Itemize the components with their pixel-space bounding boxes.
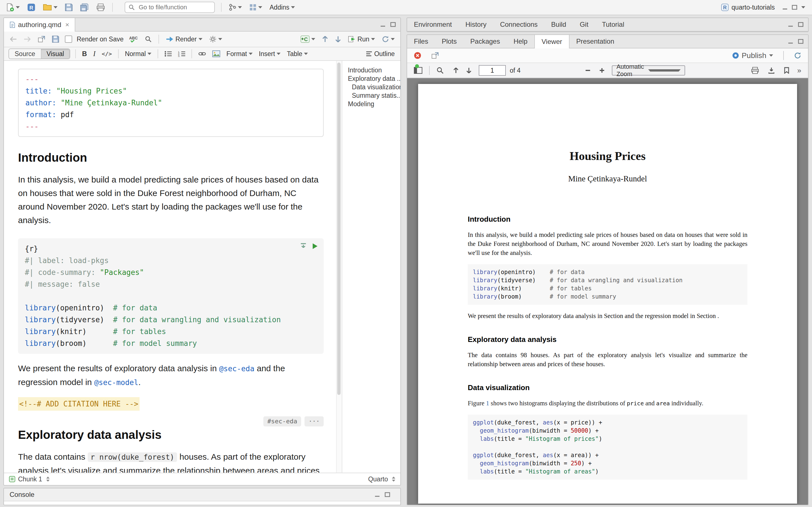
render-on-save-checkbox[interactable] bbox=[65, 36, 72, 43]
editor-paragraph-intro[interactable]: In this analysis, we build a model predi… bbox=[18, 173, 324, 227]
maximize-pane-icon[interactable] bbox=[798, 22, 804, 27]
code-chunk-load-pkgs[interactable]: {r}#| label: load-pkgs#| code-summary: "… bbox=[18, 238, 324, 354]
goto-file-input[interactable] bbox=[138, 3, 211, 11]
minimize-window-icon[interactable] bbox=[782, 5, 788, 10]
render-settings-button[interactable] bbox=[208, 34, 223, 44]
rerun-button[interactable] bbox=[380, 34, 396, 44]
chunk-position-label[interactable]: Chunk 1 bbox=[18, 475, 42, 483]
tab-presentation[interactable]: Presentation bbox=[569, 35, 621, 48]
bold-button[interactable]: B bbox=[81, 49, 88, 59]
insert-chunk-button[interactable]: C bbox=[299, 34, 316, 44]
editor-heading-introduction[interactable]: Introduction bbox=[18, 151, 324, 165]
new-file-button[interactable] bbox=[4, 2, 21, 13]
mode-updown-icon[interactable] bbox=[392, 476, 395, 482]
open-file-button[interactable] bbox=[42, 2, 59, 12]
document-mode-label[interactable]: Quarto bbox=[368, 475, 388, 483]
source-mode-button[interactable]: Source bbox=[9, 49, 41, 59]
publish-button[interactable]: Publish bbox=[731, 50, 774, 61]
print-button[interactable] bbox=[95, 2, 106, 12]
new-project-button[interactable]: R bbox=[26, 2, 37, 13]
editor-paragraph-eda[interactable]: The data contains r nrow(duke_forest) ho… bbox=[18, 450, 324, 473]
find-replace-button[interactable] bbox=[144, 35, 153, 44]
pdf-download-button[interactable] bbox=[767, 66, 776, 75]
tab-authoring-qmd[interactable]: authoring.qmd × bbox=[4, 18, 75, 32]
editor-paragraph-crossrefs[interactable]: We present the results of exploratory da… bbox=[18, 362, 324, 389]
chevron-down-icon[interactable] bbox=[801, 6, 805, 8]
scrollbar-thumb[interactable] bbox=[337, 62, 341, 395]
section-options-button[interactable]: ··· bbox=[305, 416, 324, 427]
forward-button[interactable] bbox=[22, 35, 32, 43]
maximize-window-icon[interactable] bbox=[792, 5, 797, 10]
pdf-page-input[interactable] bbox=[479, 65, 506, 76]
refresh-viewer-button[interactable] bbox=[793, 51, 802, 60]
pdf-zoom-in-button[interactable] bbox=[598, 66, 606, 75]
table-menu-button[interactable]: Table bbox=[286, 49, 309, 59]
outline-item-introduction[interactable]: Introduction bbox=[348, 66, 400, 74]
chunk-nav-updown-icon[interactable] bbox=[46, 476, 50, 482]
save-all-button[interactable] bbox=[79, 2, 90, 13]
outline-toggle-button[interactable]: Outline bbox=[364, 49, 396, 59]
tab-tutorial[interactable]: Tutorial bbox=[595, 18, 631, 31]
outline-item-eda[interactable]: Exploratory data ... bbox=[348, 74, 400, 83]
tab-files[interactable]: Files bbox=[407, 35, 435, 48]
tab-environment[interactable]: Environment bbox=[407, 18, 459, 31]
back-button[interactable] bbox=[8, 35, 18, 43]
chunk-code[interactable]: {r}#| label: load-pkgs#| code-summary: "… bbox=[25, 243, 317, 349]
maximize-pane-icon[interactable] bbox=[385, 492, 390, 497]
insert-image-button[interactable] bbox=[211, 49, 221, 58]
addins-button[interactable]: Addins bbox=[268, 3, 296, 12]
minimize-pane-icon[interactable] bbox=[788, 22, 794, 27]
close-tab-icon[interactable]: × bbox=[65, 21, 69, 29]
outline-item-summary-statistics[interactable]: Summary statis... bbox=[348, 91, 400, 100]
pdf-prev-page-button[interactable] bbox=[452, 66, 460, 75]
render-button[interactable]: Render bbox=[165, 34, 203, 44]
insert-link-button[interactable] bbox=[197, 50, 207, 58]
code-format-button[interactable]: </> bbox=[101, 49, 113, 58]
maximize-pane-icon[interactable] bbox=[798, 39, 804, 44]
tab-connections[interactable]: Connections bbox=[493, 18, 544, 31]
yaml-front-matter[interactable]: ---title: "Housing Prices"author: "Mine … bbox=[18, 69, 324, 137]
spellcheck-button[interactable]: ABC bbox=[128, 34, 139, 44]
tab-viewer[interactable]: Viewer bbox=[534, 35, 569, 48]
outline-item-modeling[interactable]: Modeling bbox=[348, 100, 400, 108]
pdf-next-page-button[interactable] bbox=[465, 66, 473, 75]
bullet-list-button[interactable] bbox=[163, 50, 173, 58]
goto-file-search[interactable] bbox=[124, 2, 215, 13]
tab-history[interactable]: History bbox=[459, 18, 493, 31]
editor-scrollbar[interactable] bbox=[336, 61, 342, 473]
tab-git[interactable]: Git bbox=[573, 18, 595, 31]
run-chunk-icon[interactable] bbox=[312, 243, 318, 249]
numbered-list-button[interactable]: 1.2.3. bbox=[177, 50, 186, 58]
pdf-bookmark-button[interactable] bbox=[783, 66, 791, 75]
minimize-pane-icon[interactable] bbox=[788, 39, 794, 44]
visual-mode-button[interactable]: Visual bbox=[41, 49, 70, 59]
format-menu-button[interactable]: Format bbox=[225, 49, 254, 59]
run-button[interactable]: Run bbox=[347, 34, 376, 44]
outline-item-data-visualization[interactable]: Data visualization bbox=[348, 83, 400, 91]
viewer-popout-button[interactable] bbox=[430, 51, 440, 60]
tab-packages[interactable]: Packages bbox=[463, 35, 507, 48]
pdf-print-button[interactable] bbox=[750, 66, 760, 75]
save-button[interactable] bbox=[64, 2, 74, 12]
minimize-pane-icon[interactable] bbox=[380, 22, 386, 27]
pdf-zoom-out-button[interactable] bbox=[583, 66, 592, 75]
pane-layout-button[interactable] bbox=[248, 3, 263, 12]
console-header[interactable]: Console bbox=[4, 489, 400, 501]
visual-editor-content[interactable]: ---title: "Housing Prices"author: "Mine … bbox=[4, 61, 336, 473]
pdf-search-button[interactable] bbox=[435, 66, 445, 75]
tab-build[interactable]: Build bbox=[545, 18, 573, 31]
run-chunks-above-icon[interactable] bbox=[300, 243, 307, 249]
tab-plots[interactable]: Plots bbox=[435, 35, 463, 48]
save-button[interactable] bbox=[51, 34, 60, 44]
stop-viewer-button[interactable] bbox=[413, 51, 422, 60]
popout-window-button[interactable] bbox=[37, 35, 46, 44]
maximize-pane-icon[interactable] bbox=[390, 22, 396, 27]
paragraph-style-select[interactable]: Normal bbox=[124, 49, 153, 59]
project-menu-button[interactable]: R quarto-tutorials bbox=[721, 3, 775, 11]
italic-button[interactable]: I bbox=[92, 49, 96, 59]
tab-help[interactable]: Help bbox=[507, 35, 534, 48]
run-next-chunk-button[interactable] bbox=[334, 35, 342, 44]
pdf-viewer-area[interactable]: Housing Prices Mine Çetinkaya-Rundel Int… bbox=[407, 78, 808, 505]
version-control-button[interactable] bbox=[228, 3, 243, 12]
pdf-zoom-select[interactable]: Automatic Zoom bbox=[612, 65, 685, 75]
